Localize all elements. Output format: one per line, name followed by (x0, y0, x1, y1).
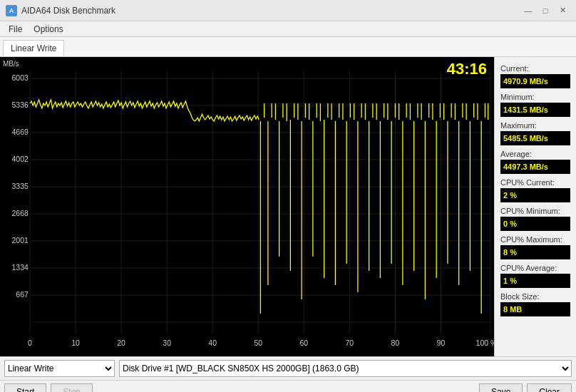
svg-text:667: 667 (16, 291, 29, 299)
chart-area: MB/s 43:16 (0, 57, 494, 356)
svg-text:90: 90 (437, 339, 446, 347)
svg-text:0: 0 (28, 339, 32, 347)
svg-text:2001: 2001 (12, 237, 29, 244)
window-title: AIDA64 Disk Benchmark (21, 6, 115, 16)
maximum-label: Maximum: (500, 121, 570, 130)
menu-bar: File Options (0, 21, 576, 37)
minimize-button[interactable]: — (520, 3, 536, 19)
average-label: Average: (500, 150, 570, 158)
right-panel: Current: 4970.9 MB/s Minimum: 1431.5 MB/… (494, 57, 576, 356)
block-size-value: 8 MB (500, 302, 570, 316)
tab-linear-write[interactable]: Linear Write (3, 40, 64, 56)
svg-text:60: 60 (299, 339, 308, 347)
window-controls: — □ ✕ (520, 3, 570, 19)
main-content: MB/s 43:16 (0, 57, 576, 356)
svg-text:3335: 3335 (12, 182, 29, 190)
cpu-maximum-value: 8 % (500, 245, 570, 259)
current-label: Current: (500, 64, 570, 73)
save-button[interactable]: Save (479, 383, 523, 392)
svg-text:2668: 2668 (12, 210, 29, 217)
svg-text:6003: 6003 (12, 74, 29, 82)
stop-button[interactable]: Stop (51, 383, 93, 392)
svg-rect-0 (0, 57, 494, 356)
app-icon: A (6, 5, 17, 16)
svg-text:80: 80 (391, 339, 400, 347)
cpu-maximum-label: CPU% Maximum: (500, 235, 570, 244)
timer-display: 43:16 (447, 60, 487, 78)
minimum-label: Minimum: (500, 93, 570, 101)
tab-bar: Linear Write (0, 37, 576, 57)
cpu-current-label: CPU% Current: (500, 178, 570, 187)
cpu-current-value: 2 % (500, 188, 570, 202)
clear-button[interactable]: Clear (527, 383, 572, 392)
title-bar: A AIDA64 Disk Benchmark — □ ✕ (0, 0, 576, 21)
chart-svg: 6003 5336 4669 4002 3335 2668 2001 1334 … (0, 57, 494, 356)
cpu-minimum-value: 0 % (500, 217, 570, 231)
close-button[interactable]: ✕ (555, 3, 570, 19)
minimum-value: 1431.5 MB/s (500, 103, 570, 117)
svg-text:70: 70 (346, 339, 354, 347)
cpu-average-label: CPU% Average: (500, 264, 570, 272)
svg-text:4002: 4002 (12, 155, 29, 163)
mbs-label: MB/s (3, 60, 19, 68)
block-size-label: Block Size: (500, 292, 570, 301)
svg-text:4669: 4669 (12, 128, 29, 136)
svg-text:50: 50 (254, 339, 262, 347)
drive-select[interactable]: Disk Drive #1 [WD_BLACK SN850X HS 2000GB… (119, 360, 572, 377)
svg-text:100 %: 100 % (476, 339, 494, 347)
current-value: 4970.9 MB/s (500, 74, 570, 88)
action-row: Start Stop Save Clear (0, 380, 576, 392)
bottom-controls: Linear Write Disk Drive #1 [WD_BLACK SN8… (0, 356, 576, 380)
svg-text:1334: 1334 (12, 264, 29, 272)
menu-file[interactable]: File (3, 23, 28, 36)
test-select[interactable]: Linear Write (4, 360, 115, 377)
menu-options[interactable]: Options (28, 23, 68, 36)
maximum-value: 5485.5 MB/s (500, 131, 570, 145)
maximize-button[interactable]: □ (538, 3, 553, 19)
svg-text:40: 40 (208, 339, 217, 347)
svg-text:20: 20 (117, 339, 125, 347)
start-button[interactable]: Start (4, 383, 46, 392)
svg-text:5336: 5336 (12, 101, 29, 109)
svg-text:30: 30 (163, 339, 171, 347)
average-value: 4497.3 MB/s (500, 160, 570, 174)
cpu-minimum-label: CPU% Minimum: (500, 207, 570, 215)
svg-text:10: 10 (71, 339, 80, 347)
cpu-average-value: 1 % (500, 274, 570, 288)
